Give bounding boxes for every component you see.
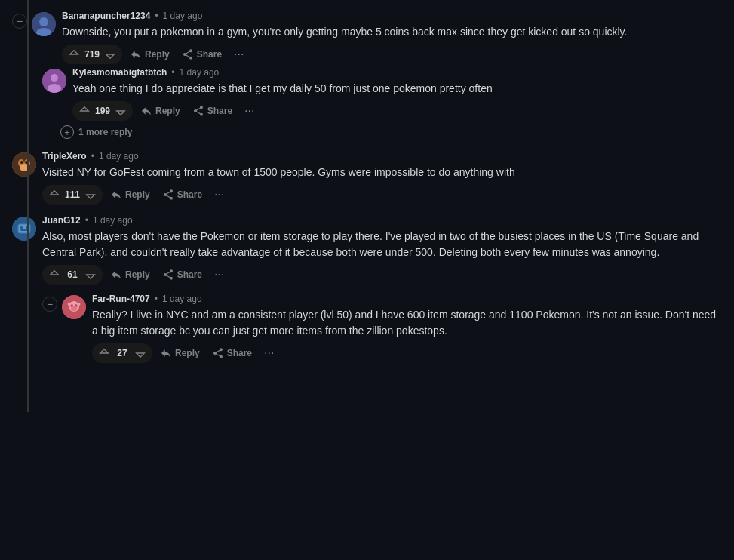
username: Kylesmomabigfatbtch <box>72 67 167 78</box>
share-button[interactable]: Share <box>158 186 207 204</box>
share-icon <box>162 189 174 201</box>
timestamp: 1 day ago <box>162 294 202 304</box>
avatar <box>42 69 66 93</box>
reply-icon <box>160 347 172 359</box>
more-options-button[interactable]: ··· <box>260 345 278 362</box>
username: Bananapuncher1234 <box>62 11 150 21</box>
more-icon: ··· <box>214 188 224 201</box>
reply-icon <box>110 189 122 201</box>
downvote-icon <box>134 347 146 359</box>
downvote-button[interactable] <box>103 47 118 62</box>
upvote-button[interactable] <box>47 267 62 282</box>
vote-area: 27 <box>92 343 152 363</box>
share-button[interactable]: Share <box>207 344 256 362</box>
upvote-button[interactable] <box>47 187 62 202</box>
expand-more-replies[interactable]: + 1 more reply <box>0 121 734 143</box>
downvote-icon <box>84 189 97 201</box>
vote-count: 199 <box>95 106 110 116</box>
timestamp: 1 day ago <box>163 11 203 21</box>
svg-point-21 <box>71 306 77 311</box>
upvote-button[interactable] <box>77 103 92 118</box>
reply-button[interactable]: Reply <box>125 45 174 63</box>
dot-separator: • <box>155 294 158 304</box>
comment-text: Also, most players don't have the Pokemo… <box>42 229 722 260</box>
share-label: Share <box>227 348 252 358</box>
reply-icon <box>140 105 152 117</box>
reply-button[interactable]: Reply <box>106 266 155 284</box>
share-icon <box>162 269 174 281</box>
avatar <box>62 295 86 319</box>
reply-label: Reply <box>145 49 170 60</box>
reply-label: Reply <box>175 348 200 358</box>
dot-separator: • <box>91 151 94 162</box>
collapse-button[interactable]: − <box>42 297 57 312</box>
svg-point-1 <box>39 17 48 26</box>
vote-area: 719 <box>62 45 122 64</box>
svg-point-22 <box>68 303 72 306</box>
share-label: Share <box>177 189 202 200</box>
collapse-icon: − <box>47 298 53 310</box>
upvote-button[interactable] <box>97 346 112 361</box>
reply-button[interactable]: Reply <box>136 102 185 120</box>
vote-count: 719 <box>84 49 100 60</box>
more-options-button[interactable]: ··· <box>210 186 229 203</box>
reply-icon <box>110 269 122 281</box>
upvote-icon <box>48 269 60 281</box>
share-button[interactable]: Share <box>177 45 226 63</box>
timestamp: 1 day ago <box>93 215 133 226</box>
reply-button[interactable]: Reply <box>106 186 155 204</box>
downvote-button[interactable] <box>83 187 98 202</box>
avatar <box>12 217 36 241</box>
upvote-icon <box>98 347 110 359</box>
reply-button[interactable]: Reply <box>155 344 204 362</box>
upvote-button[interactable] <box>66 47 81 62</box>
upvote-icon <box>48 189 60 201</box>
vote-area: 61 <box>42 265 103 285</box>
collapse-icon: − <box>17 15 23 27</box>
expand-replies-icon: + <box>60 125 74 139</box>
more-options-button[interactable]: ··· <box>210 266 229 283</box>
username: TripleXero <box>42 151 87 162</box>
timestamp: 1 day ago <box>180 67 220 78</box>
downvote-button[interactable] <box>113 103 128 118</box>
vote-area: 199 <box>72 101 133 121</box>
share-icon <box>182 48 194 60</box>
more-icon: ··· <box>214 268 224 281</box>
downvote-icon <box>84 269 97 281</box>
downvote-button[interactable] <box>83 267 98 282</box>
vote-count: 27 <box>115 348 130 358</box>
share-label: Share <box>197 49 222 60</box>
svg-rect-14 <box>20 226 23 229</box>
reply-icon <box>130 48 142 60</box>
upvote-icon <box>68 48 80 60</box>
dot-separator: • <box>85 215 88 226</box>
avatar <box>32 12 56 36</box>
share-icon <box>212 347 224 359</box>
avatar <box>12 152 36 177</box>
share-icon <box>192 105 204 117</box>
downvote-button[interactable] <box>133 346 148 361</box>
vote-count: 111 <box>65 189 80 200</box>
more-options-button[interactable]: ··· <box>229 46 248 63</box>
share-label: Share <box>207 106 232 116</box>
more-replies-label: 1 more reply <box>78 127 132 137</box>
vote-area: 111 <box>42 185 103 205</box>
share-label: Share <box>177 269 202 280</box>
dot-separator: • <box>155 11 158 21</box>
share-button[interactable]: Share <box>188 102 237 120</box>
svg-point-4 <box>51 74 58 82</box>
share-button[interactable]: Share <box>158 266 207 284</box>
comment-text: Visited NY for GoFest coming from a town… <box>42 165 722 180</box>
vote-count: 61 <box>65 269 80 280</box>
reply-label: Reply <box>155 106 180 116</box>
comment-text: Yeah one thing I do appreciate is that I… <box>72 81 722 97</box>
username: Far-Run-4707 <box>92 294 150 304</box>
upvote-icon <box>78 105 91 117</box>
more-icon: ··· <box>244 104 254 117</box>
more-options-button[interactable]: ··· <box>240 103 259 119</box>
reply-label: Reply <box>125 269 150 280</box>
reply-label: Reply <box>125 189 150 200</box>
collapse-button[interactable]: − <box>12 14 27 29</box>
more-icon: ··· <box>234 48 244 60</box>
more-icon: ··· <box>264 346 274 359</box>
